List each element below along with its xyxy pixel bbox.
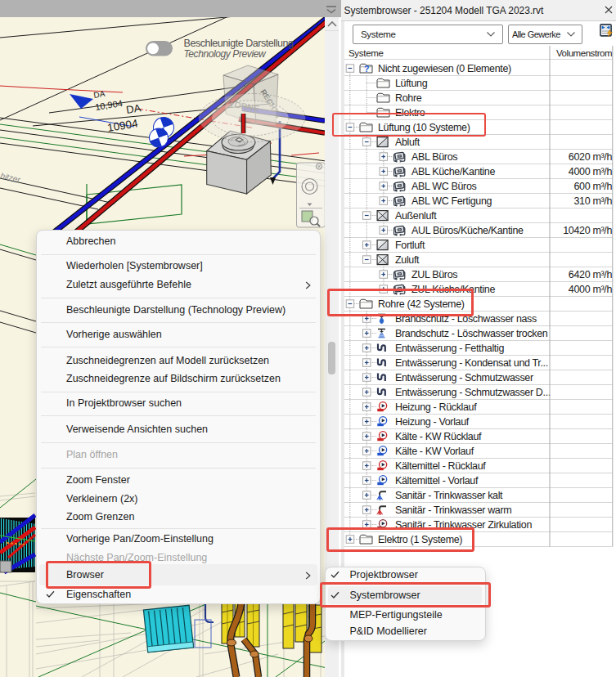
svg-text:?: ? bbox=[364, 64, 369, 74]
